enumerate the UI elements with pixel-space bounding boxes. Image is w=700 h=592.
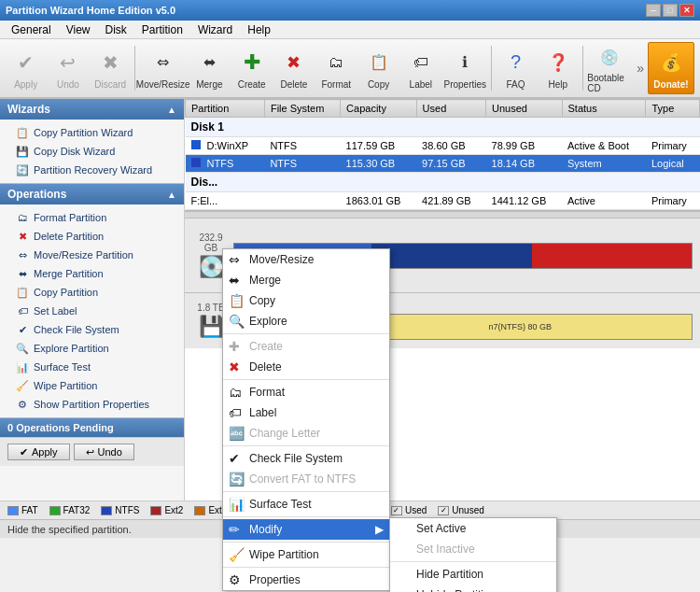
toolbar-merge-button[interactable]: ⬌ Merge: [189, 42, 230, 94]
used-checkbox[interactable]: ✓: [391, 506, 402, 515]
ctx-move-resize-icon: ⇔: [229, 252, 244, 267]
delete-icon: ✖: [279, 48, 309, 78]
move-resize-partition-item[interactable]: ⇔ Move/Resize Partition: [0, 246, 184, 264]
row-disk2-capacity: 1863.01 GB: [341, 192, 416, 210]
copy-disk-wizard-item[interactable]: 💾 Copy Disk Wizard: [0, 142, 184, 161]
toolbar-create-button[interactable]: ✚ Create: [231, 42, 272, 94]
table-row[interactable]: NTFS NTFS 115.30 GB 97.15 GB 18.14 GB Sy…: [186, 155, 700, 173]
toolbar-faq-button[interactable]: ? FAQ: [496, 42, 536, 94]
minimize-button[interactable]: ─: [646, 4, 661, 17]
close-button[interactable]: ✕: [679, 4, 694, 17]
ctx-sep-2: [223, 379, 389, 380]
surface-test-item[interactable]: 📊 Surface Test: [0, 358, 184, 376]
ctx-copy[interactable]: 📋 Copy: [223, 290, 389, 311]
ctx-delete[interactable]: ✖ Delete: [223, 357, 389, 377]
ctx-format[interactable]: 🗂 Format: [223, 382, 389, 402]
faq-icon: ?: [501, 48, 531, 78]
copy-partition-wizard-item[interactable]: 📋 Copy Partition Wizard: [0, 123, 184, 142]
toolbar-delete-button[interactable]: ✖ Delete: [273, 42, 314, 94]
table-row[interactable]: D:WinXP NTFS 117.59 GB 38.60 GB 78.99 GB…: [186, 137, 700, 155]
ctx-label[interactable]: 🏷 Label: [223, 402, 389, 423]
ctx-sub-sep-1: [390, 561, 556, 562]
row-d-winxp-capacity: 117.59 GB: [341, 137, 416, 155]
maximize-button[interactable]: □: [663, 4, 678, 17]
ctx-convert-fat[interactable]: 🔄 Convert FAT to NTFS: [223, 469, 389, 489]
ctx-modify[interactable]: ✏ Modify ▶ Set Active Set Inactive Hide …: [223, 519, 389, 540]
ctx-merge[interactable]: ⬌ Merge: [223, 270, 389, 290]
wizards-header[interactable]: Wizards ▲: [0, 99, 184, 120]
legend-ext2: Ext2: [150, 505, 183, 515]
legend-used: ✓ Used: [391, 505, 427, 515]
menu-help[interactable]: Help: [240, 21, 278, 38]
row-ntfs-fs: NTFS: [264, 155, 340, 173]
check-file-system-item[interactable]: ✔ Check File System: [0, 320, 184, 339]
delete-partition-item[interactable]: ✖ Delete Partition: [0, 227, 184, 246]
ctx-surface-test[interactable]: 📊 Surface Test: [223, 494, 389, 514]
menu-partition[interactable]: Partition: [134, 21, 190, 38]
operations-collapse-arrow[interactable]: ▲: [167, 190, 176, 200]
undo-arrow-icon: ↩: [86, 446, 94, 458]
toolbar-copy-button[interactable]: 📋 Copy: [358, 42, 399, 94]
col-used: Used: [416, 100, 485, 118]
table-row[interactable]: F:El... 1863.01 GB 421.89 GB 1441.12 GB …: [186, 192, 700, 210]
toolbar-properties-button[interactable]: ℹ Properties: [443, 42, 488, 94]
ctx-explore[interactable]: 🔍 Explore: [223, 311, 389, 331]
toolbar-bootable-cd-button[interactable]: 💿 Bootable CD: [586, 42, 633, 94]
set-label-icon: 🏷: [15, 303, 30, 318]
ctx-check-fs[interactable]: ✔ Check File System: [223, 448, 389, 469]
discard-icon: ✖: [95, 48, 125, 78]
modify-submenu: Set Active Set Inactive Hide Partition U…: [389, 517, 557, 592]
ctx-move-resize[interactable]: ⇔ Move/Resize: [223, 249, 389, 270]
operations-header[interactable]: Operations ▲: [0, 184, 184, 204]
check-fs-icon: ✔: [15, 322, 30, 337]
ctx-set-active[interactable]: Set Active: [390, 518, 556, 539]
toolbar-format-button[interactable]: 🗂 Format: [316, 42, 357, 94]
row-disk2-fs: [264, 192, 340, 210]
legend-fat: FAT: [7, 505, 38, 515]
toolbar-copy-label: Copy: [368, 79, 389, 90]
partition-recovery-wizard-item[interactable]: 🔄 Partition Recovery Wizard: [0, 161, 184, 179]
copy-partition-item[interactable]: 📋 Copy Partition: [0, 283, 184, 302]
toolbar-help-button[interactable]: ❓ Help: [538, 42, 578, 94]
col-status: Status: [562, 100, 646, 118]
wizards-collapse-arrow[interactable]: ▲: [167, 105, 176, 115]
ctx-sep-3: [223, 445, 389, 446]
menu-view[interactable]: View: [59, 21, 98, 38]
toolbar-help-label: Help: [549, 79, 568, 90]
explore-partition-item[interactable]: 🔍 Explore Partition: [0, 339, 184, 358]
app-title: Partition Wizard Home Edition v5.0: [6, 5, 175, 16]
unused-checkbox[interactable]: ✓: [438, 506, 449, 515]
set-label-item[interactable]: 🏷 Set Label: [0, 302, 184, 320]
merge-partition-item[interactable]: ⬌ Merge Partition: [0, 264, 184, 283]
apply-button[interactable]: ✔ Apply: [7, 444, 70, 460]
toolbar-label-button[interactable]: 🏷 Label: [400, 42, 441, 94]
toolbar-apply-button[interactable]: ✔ Apply: [6, 42, 46, 94]
ctx-wipe-partition[interactable]: 🧹 Wipe Partition: [223, 544, 389, 565]
menu-general[interactable]: General: [4, 21, 59, 38]
menu-wizard[interactable]: Wizard: [190, 21, 240, 38]
wipe-partition-item[interactable]: 🧹 Wipe Partition: [0, 376, 184, 395]
ops-pending: 0 Operations Pending: [0, 418, 184, 437]
apply-icon: ✔: [11, 48, 41, 78]
copy-icon: 📋: [364, 48, 394, 78]
format-partition-item[interactable]: 🗂 Format Partition: [0, 208, 184, 227]
ctx-delete-icon: ✖: [229, 359, 244, 374]
row-d-winxp-partition: D:WinXP: [186, 137, 265, 155]
toolbar-donate-button[interactable]: 💰 Donate!: [648, 42, 694, 94]
menu-disk[interactable]: Disk: [98, 21, 134, 38]
toolbar-undo-button[interactable]: ↩ Undo: [48, 42, 88, 94]
toolbar-move-resize-button[interactable]: ⇔ Move/Resize: [139, 42, 188, 94]
row-disk2-status: Active: [562, 192, 646, 210]
toolbar-discard-button[interactable]: ✖ Discard: [91, 42, 131, 94]
ctx-change-letter[interactable]: 🔤 Change Letter: [223, 423, 389, 444]
ctx-format-icon: 🗂: [229, 385, 244, 400]
undo-button[interactable]: ↩ Undo: [74, 444, 134, 460]
ctx-hide-partition[interactable]: Hide Partition: [390, 564, 556, 585]
ctx-unhide-partition[interactable]: Unhide Partition: [390, 585, 556, 592]
ext2-color-box: [150, 506, 161, 515]
ctx-properties[interactable]: ⚙ Properties: [223, 570, 389, 590]
toolbar-faq-label: FAQ: [507, 79, 525, 90]
ctx-set-inactive[interactable]: Set Inactive: [390, 539, 556, 559]
show-partition-properties-item[interactable]: ⚙ Show Partition Properties: [0, 395, 184, 414]
ctx-create[interactable]: ✚ Create: [223, 336, 389, 357]
